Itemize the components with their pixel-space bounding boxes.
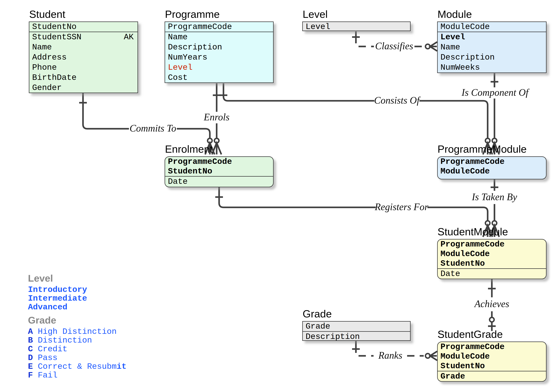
entity-studentmodule: ProgrammeCodeModuleCodeStudentNoDate xyxy=(437,239,546,279)
attribute-label: ModuleCode xyxy=(441,249,490,259)
rel-is-component-of-connector xyxy=(490,73,499,154)
entity-row: ModuleCode xyxy=(438,22,546,32)
entity-row: Name xyxy=(29,42,138,52)
entity-student: StudentNoStudentSSNAKNameAddressPhoneBir… xyxy=(29,21,138,93)
alternate-key-tag: AK xyxy=(124,32,134,42)
entity-level: Level xyxy=(302,21,411,31)
entity-row: ProgrammeCode xyxy=(438,239,546,249)
grade-letter: B xyxy=(28,336,33,345)
attribute-section: Date xyxy=(165,176,273,187)
attribute-label: Level xyxy=(441,32,465,42)
attribute-label: StudentNo xyxy=(441,259,485,268)
attribute-label: ModuleCode xyxy=(441,167,490,176)
key-section: ProgrammeCodeModuleCodeStudentNo xyxy=(438,342,546,371)
legend-grade-item: FFail xyxy=(28,371,126,380)
entity-row: Date xyxy=(165,177,273,187)
attribute-label: Phone xyxy=(32,63,57,73)
entity-row: StudentNo xyxy=(165,167,273,176)
grade-description: High Distinction xyxy=(38,327,117,336)
attribute-label: ProgrammeCode xyxy=(441,157,504,167)
legend-level-item: Introductory xyxy=(28,286,87,294)
attribute-label: Date xyxy=(168,177,188,187)
key-section: ProgrammeCodeStudentNo xyxy=(165,157,273,176)
legend-level-items: IntroductoryIntermediateAdvanced xyxy=(28,286,87,312)
attribute-label: Date xyxy=(441,269,460,279)
crow-foot-icon xyxy=(212,143,221,154)
entity-row: ProgrammeCode xyxy=(165,157,273,167)
grade-letter: F xyxy=(28,371,33,380)
entity-row: NumWeeks xyxy=(438,63,546,73)
entity-row: Phone xyxy=(29,63,138,73)
entity-row: ModuleCode xyxy=(438,249,546,259)
entity-row: Level xyxy=(303,22,410,32)
line xyxy=(177,129,210,138)
attribute-label: ModuleCode xyxy=(441,352,490,361)
attribute-label: Level xyxy=(306,22,330,32)
entity-title-studentmodule: StudentModule xyxy=(438,226,508,238)
entity-title-programme: Programme xyxy=(165,8,220,20)
entity-row: ProgrammeCode xyxy=(165,22,273,32)
attribute-label: BirthDate xyxy=(32,73,77,83)
entity-row: Date xyxy=(438,269,546,279)
key-section: ProgrammeCodeModuleCodeStudentNo xyxy=(438,239,546,268)
entity-row: StudentNo xyxy=(29,22,138,32)
relationship-label-consists-of: Consists Of xyxy=(374,95,420,106)
legend-grade-item: ECorrect & Resubmit xyxy=(28,362,126,371)
line xyxy=(219,187,376,207)
attribute-label: StudentNo xyxy=(32,22,77,32)
attribute-label: NumWeeks xyxy=(441,63,480,73)
legend-grade-heading: Grade xyxy=(28,315,56,326)
attribute-label: Description xyxy=(306,332,360,342)
legend-level-item: Advanced xyxy=(28,303,87,312)
grade-description-bold-tail: it xyxy=(117,362,126,371)
attribute-label: Gender xyxy=(32,83,62,93)
attribute-label: Name xyxy=(32,42,52,52)
entity-row: Grade xyxy=(438,371,546,382)
entity-row: Gender xyxy=(29,83,138,93)
entity-row: ProgrammeCode xyxy=(438,342,546,352)
crow-foot-icon xyxy=(430,42,437,51)
relationship-label-ranks: Ranks xyxy=(378,350,402,361)
attribute-label: ProgrammeCode xyxy=(441,342,504,352)
grade-letter: E xyxy=(28,362,33,371)
attribute-label: ModuleCode xyxy=(441,22,490,32)
attribute-section: Grade xyxy=(438,371,546,382)
entity-grade: GradeDescription xyxy=(302,321,411,341)
grade-letter: C xyxy=(28,344,33,354)
relationship-label-commits-to: Commits To xyxy=(129,123,176,134)
entity-row: ProgrammeCode xyxy=(438,157,546,167)
grade-description: Distinction xyxy=(38,336,92,345)
legend-grade-item: BDistinction xyxy=(28,336,126,345)
attribute-label: NumYears xyxy=(168,52,207,63)
relationship-label-is-taken-by: Is Taken By xyxy=(472,191,517,203)
attribute-label: ProgrammeCode xyxy=(441,239,504,249)
entity-studentgrade: ProgrammeCodeModuleCodeStudentNoGrade xyxy=(437,342,546,382)
zero-one-icon xyxy=(490,317,494,322)
legend-level-item: Intermediate xyxy=(28,294,87,303)
grade-description: Fail xyxy=(38,371,57,380)
entity-row: ModuleCode xyxy=(438,352,546,361)
attribute-section: NameDescriptionNumYearsLevelCost xyxy=(165,32,273,83)
attribute-label: Name xyxy=(441,42,460,52)
legend-grade-item: DPass xyxy=(28,354,126,362)
key-section: ModuleCode xyxy=(438,22,546,32)
key-section: Grade xyxy=(303,322,410,331)
attribute-section: Description xyxy=(303,331,410,342)
entity-row: Name xyxy=(165,32,273,42)
entity-row: Level xyxy=(165,63,273,73)
line xyxy=(427,207,488,221)
entity-row: Address xyxy=(29,52,138,63)
attribute-label: StudentSSN xyxy=(32,32,81,42)
key-section: Level xyxy=(303,22,410,32)
attribute-label: ProgrammeCode xyxy=(168,22,232,32)
entity-row: StudentNo xyxy=(438,259,546,268)
attribute-label: Cost xyxy=(168,73,188,83)
entity-title-student: Student xyxy=(29,8,65,20)
grade-description: Credit xyxy=(38,344,67,354)
entity-row: Level xyxy=(438,32,546,42)
relationship-label-achieves: Achieves xyxy=(475,298,509,309)
attribute-section: StudentSSNAKNameAddressPhoneBirthDateGen… xyxy=(29,32,138,93)
attribute-section: LevelNameDescriptionNumWeeks xyxy=(438,32,546,73)
legend-level-heading: Level xyxy=(28,273,53,284)
entity-module: ModuleCodeLevelNameDescriptionNumWeeks xyxy=(437,21,546,73)
